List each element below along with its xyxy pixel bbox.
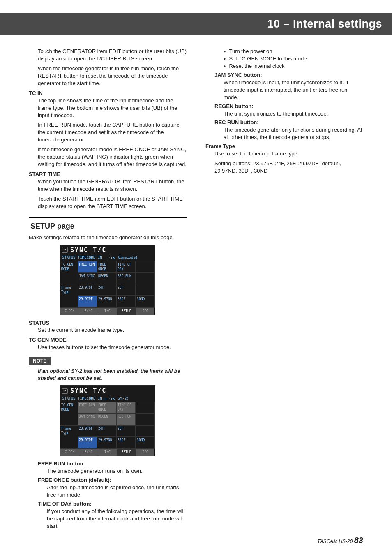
screen-grid: TC GEN MODE Frame Type FREE RUN FREE ONC… xyxy=(60,261,155,307)
tod-label: TIME OF DAY button: xyxy=(29,500,187,508)
jam-sync-label: JAM SYNC button: xyxy=(205,72,363,79)
btn-regen[interactable]: REGEN xyxy=(97,273,116,284)
free-run-p: The timecode generator runs on its own. xyxy=(29,467,187,475)
footer-page-number: 83 xyxy=(354,536,363,545)
free-once-p: After the input timecode is captured onc… xyxy=(29,484,187,499)
side-tc-gen-mode: TC GEN MODE xyxy=(60,402,78,425)
tab-tc[interactable]: T/C xyxy=(98,308,117,314)
btn-regen: REGEN xyxy=(97,413,116,425)
btn-24f[interactable]: 24F xyxy=(97,284,116,296)
blank-cell xyxy=(136,425,155,437)
section-divider xyxy=(29,217,187,218)
generator-edit-text: Touch the GENERATOR item EDIT button or … xyxy=(29,48,187,62)
tc-in-p1: The top line shows the time of the input… xyxy=(29,97,187,119)
btn-free-run: FREE RUN xyxy=(78,402,97,413)
left-column: Touch the GENERATOR item EDIT button or … xyxy=(29,48,187,540)
regen-label: REGEN button: xyxy=(205,103,363,110)
free-once-label: FREE ONCE button (default): xyxy=(29,476,187,484)
bullet-set-mode: Set TC GEN MODE to this mode xyxy=(224,55,363,62)
recrun-p: The timecode generator only functions du… xyxy=(205,126,363,141)
tab-clock[interactable]: CLOCK xyxy=(60,449,79,456)
right-column: Turn the power on Set TC GEN MODE to thi… xyxy=(205,48,363,540)
screen-title: SYNC T/C xyxy=(70,386,106,395)
btn-2997nd[interactable]: 29.97ND xyxy=(97,437,116,448)
btn-25f[interactable]: 25F xyxy=(116,284,136,296)
start-time-label: START TIME xyxy=(29,171,187,178)
screen-status-line: STATUS TIMECODE IN = (no SY-2) xyxy=(60,396,155,402)
btn-2997nd[interactable]: 29.97ND xyxy=(97,296,116,307)
blank-cell xyxy=(136,402,155,413)
note-tag: NOTE xyxy=(29,357,51,365)
screen-tabs: CLOCK SYNC T/C SETUP I/O xyxy=(60,308,155,314)
btn-23976f[interactable]: 23.976F xyxy=(78,284,97,296)
start-p1: When you touch the GENERATOR item RESTAR… xyxy=(29,178,187,193)
bullet-power-on: Turn the power on xyxy=(224,48,363,55)
status-p: Set the current timecode frame type. xyxy=(29,326,187,334)
btn-time-of-day: TIME OF DAY xyxy=(116,402,136,413)
bullet-reset-clock: Reset the internal clock xyxy=(224,62,363,70)
screen-grid: TC GEN MODE Frame Type FREE RUN FREE ONC… xyxy=(60,402,155,448)
btn-free-once[interactable]: FREE ONCE xyxy=(97,261,116,273)
note-text: If an optional SY-2 has not been install… xyxy=(29,368,187,382)
tab-io[interactable]: I/O xyxy=(136,449,155,456)
btn-2997df[interactable]: 29.97DF xyxy=(78,437,97,448)
btn-2997df[interactable]: 29.97DF xyxy=(78,296,97,307)
frame-type-p1: Use to set the timecode frame type. xyxy=(205,150,363,157)
screen-title: SYNC T/C xyxy=(70,246,106,254)
btn-jam-sync[interactable]: JAM SYNC xyxy=(78,273,97,284)
jam-sync-p: When timecode is input, the unit synchro… xyxy=(205,79,363,101)
tc-gen-mode-label: TC GEN MODE xyxy=(29,336,187,344)
header-bar: 10 – Internal settings xyxy=(0,13,392,35)
tc-gen-mode-p: Use theses buttons to set the timecode g… xyxy=(29,344,187,351)
btn-30df[interactable]: 30DF xyxy=(116,437,136,448)
tab-sync[interactable]: SYNC xyxy=(79,308,98,314)
tc-in-p3: If the timecode generator mode is FREE O… xyxy=(29,146,187,168)
restart-text: When the timecode generator is in free r… xyxy=(29,65,187,87)
btn-free-run[interactable]: FREE RUN xyxy=(78,261,97,273)
back-icon[interactable]: ↩ xyxy=(62,247,68,253)
btn-time-of-day[interactable]: TIME OF DAY xyxy=(116,261,136,273)
screen-tabs: CLOCK SYNC T/C SETUP I/O xyxy=(60,449,155,456)
recrun-label: REC RUN button: xyxy=(205,119,363,126)
frame-type-p2: Setting buttons: 23.976F, 24F, 25F, 29.9… xyxy=(205,160,363,175)
tc-in-label: TC IN xyxy=(29,90,187,97)
start-p2: Touch the START TIME item EDIT button or… xyxy=(29,195,187,210)
blank-cell xyxy=(136,413,155,425)
content-area: Touch the GENERATOR item EDIT button or … xyxy=(29,48,363,540)
side-frame-type: Frame Type xyxy=(60,425,78,448)
footer-model: TASCAM HS-20 xyxy=(317,539,353,544)
sync-tc-screen-normal: ↩ SYNC T/C STATUS TIMECODE IN = (no time… xyxy=(60,245,155,315)
back-icon[interactable]: ↩ xyxy=(62,388,68,394)
regen-p: The unit synchronizes to the input timec… xyxy=(205,110,363,118)
side-frame-type: Frame Type xyxy=(60,284,78,307)
sync-tc-screen-shaded: ↩ SYNC T/C STATUS TIMECODE IN = (no SY-2… xyxy=(60,385,155,456)
free-run-label: FREE RUN button: xyxy=(29,460,187,467)
tab-io[interactable]: I/O xyxy=(136,308,155,314)
tc-in-p2: In FREE RUN mode, touch the CAPTURE butt… xyxy=(29,121,187,143)
blank-cell xyxy=(136,261,155,273)
tab-sync[interactable]: SYNC xyxy=(79,449,98,456)
btn-rec-run[interactable]: REC RUN xyxy=(116,273,136,284)
tab-tc[interactable]: T/C xyxy=(98,449,117,456)
btn-30nd[interactable]: 30ND xyxy=(136,437,155,448)
screen-title-row: ↩ SYNC T/C xyxy=(60,245,155,255)
frame-type-label: Frame Type xyxy=(205,143,363,150)
btn-25f[interactable]: 25F xyxy=(116,425,136,437)
btn-jam-sync: JAM SYNC xyxy=(78,413,97,425)
side-tc-gen-mode: TC GEN MODE xyxy=(60,261,78,284)
btn-rec-run: REC RUN xyxy=(116,413,136,425)
blank-cell xyxy=(136,284,155,296)
btn-30df[interactable]: 30DF xyxy=(116,296,136,307)
btn-23976f[interactable]: 23.976F xyxy=(78,425,97,437)
screen-status-line: STATUS TIMECODE IN = (no timecode) xyxy=(60,255,155,261)
tod-bullets: Turn the power on Set TC GEN MODE to thi… xyxy=(205,48,363,70)
chapter-title: 10 – Internal settings xyxy=(267,18,382,30)
page-footer: TASCAM HS-20 83 xyxy=(317,536,363,545)
tab-setup[interactable]: SETUP xyxy=(117,308,136,314)
blank-cell xyxy=(136,273,155,284)
status-label: STATUS xyxy=(29,319,187,327)
btn-30nd[interactable]: 30ND xyxy=(136,296,155,307)
tab-setup[interactable]: SETUP xyxy=(117,449,136,456)
tab-clock[interactable]: CLOCK xyxy=(60,308,79,314)
btn-24f[interactable]: 24F xyxy=(97,425,116,437)
